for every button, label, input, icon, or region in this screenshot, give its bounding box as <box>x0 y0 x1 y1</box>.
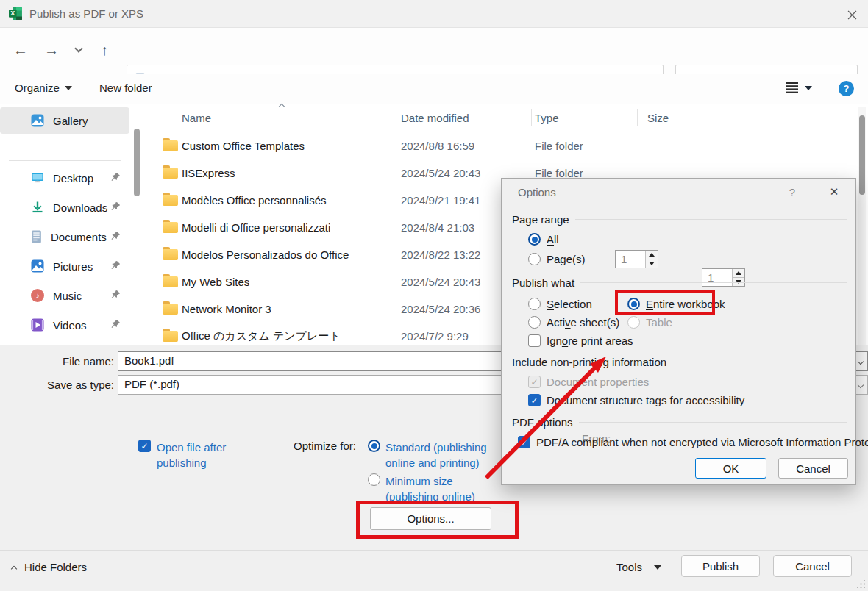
cancel-button[interactable]: Cancel <box>773 555 852 577</box>
footer-bar: Hide Folders Tools Publish Cancel <box>0 550 868 591</box>
sidebar-item-music[interactable]: ♪ Music <box>0 282 129 309</box>
publish-button[interactable]: Publish <box>681 555 760 577</box>
help-button[interactable]: ? <box>839 81 854 96</box>
organize-label: Organize <box>15 82 60 94</box>
tools-button[interactable]: Tools <box>616 561 661 573</box>
documents-icon <box>31 230 42 243</box>
page-range-all-radio[interactable]: All <box>528 233 559 246</box>
options-dialog: Options ? ✕ Page range All Page(s) From:… <box>501 178 856 485</box>
options-button[interactable]: Options... <box>370 507 491 530</box>
dialog-ok-button[interactable]: OK <box>695 458 766 479</box>
scrollbar-thumb[interactable] <box>859 115 865 195</box>
dialog-help-button[interactable]: ? <box>786 186 799 198</box>
list-view-icon <box>786 82 798 93</box>
column-divider[interactable] <box>637 109 638 126</box>
spin-up-icon[interactable] <box>646 251 658 259</box>
pin-icon[interactable] <box>110 201 121 212</box>
hide-folders-label: Hide Folders <box>24 561 87 573</box>
column-header-type[interactable]: Type <box>535 107 559 128</box>
column-divider[interactable] <box>396 109 396 126</box>
folder-icon <box>163 249 178 260</box>
view-options-button[interactable] <box>786 82 812 93</box>
pin-icon[interactable] <box>110 172 121 182</box>
sidebar-item-documents[interactable]: Documents <box>0 223 129 250</box>
optimize-standard-label: Standard (publishing <box>385 441 487 454</box>
back-icon[interactable]: ← <box>13 41 28 59</box>
title-bar: X Publish as PDF or XPS <box>0 0 868 28</box>
optimize-for-label: Optimize for: <box>294 440 356 452</box>
from-value: 1 <box>621 253 627 265</box>
pin-icon[interactable] <box>110 260 121 271</box>
sidebar-item-desktop[interactable]: Desktop <box>0 165 129 191</box>
sidebar-item-label: Documents <box>51 231 107 243</box>
dialog-close-icon[interactable]: ✕ <box>827 185 842 198</box>
resize-grip[interactable] <box>856 579 866 589</box>
optimize-standard-radio[interactable]: Standard (publishing online and printing… <box>368 440 487 470</box>
new-folder-button[interactable]: New folder <box>99 82 152 94</box>
folder-icon <box>163 304 178 315</box>
new-folder-label: New folder <box>99 82 152 94</box>
file-list-scrollbar[interactable] <box>858 107 866 345</box>
radio-unselected-icon <box>528 316 541 329</box>
open-after-label2: publishing <box>157 456 207 469</box>
pin-icon[interactable] <box>110 319 121 329</box>
dialog-cancel-button[interactable]: Cancel <box>778 458 848 479</box>
pdfa-compliant-checkbox[interactable]: PDF/A compliant when not encrypted via M… <box>518 436 868 448</box>
sidebar-item-videos[interactable]: Videos <box>0 312 129 338</box>
selection-radio[interactable]: Selection <box>528 298 592 310</box>
sidebar-item-label: Videos <box>53 319 87 332</box>
recent-locations-icon[interactable] <box>74 44 82 52</box>
open-after-publish-checkbox[interactable]: Open file after publishing <box>138 440 226 470</box>
optimize-minimum-label2: (publishing online) <box>385 490 475 503</box>
open-after-label: Open file after <box>157 441 226 454</box>
radio-selected-icon <box>368 440 380 452</box>
optimize-minimum-radio[interactable]: Minimum size (publishing online) <box>368 473 475 504</box>
page-range-label: Page range <box>512 213 569 226</box>
column-divider[interactable] <box>531 109 532 126</box>
folder-icon <box>163 168 178 179</box>
ignore-print-areas-checkbox[interactable]: Ignore print areas <box>528 334 633 347</box>
save-type-dropdown-icon[interactable] <box>855 375 868 395</box>
document-structure-checkbox[interactable]: Document structure tags for accessibilit… <box>528 394 744 406</box>
up-icon[interactable]: ↑ <box>101 41 108 59</box>
organize-button[interactable]: Organize <box>15 82 72 94</box>
pdf-options-label: PDF options <box>512 416 573 429</box>
sidebar-item-downloads[interactable]: Downloads <box>0 194 129 221</box>
publish-what-label: Publish what <box>512 276 574 289</box>
table-radio[interactable]: Table <box>627 316 672 329</box>
document-properties-label: Document properties <box>547 376 649 388</box>
column-header-size[interactable]: Size <box>647 107 669 128</box>
document-properties-checkbox[interactable]: Document properties <box>528 376 649 388</box>
file-name-dropdown-icon[interactable] <box>855 351 868 371</box>
pin-icon[interactable] <box>110 290 121 300</box>
optimize-minimum-label: Minimum size <box>385 475 453 487</box>
folder-icon <box>163 276 178 287</box>
radio-disabled-icon <box>627 316 640 329</box>
spin-down-icon[interactable] <box>646 259 658 268</box>
sidebar-item-gallery[interactable]: Gallery <box>0 107 129 134</box>
checkbox-checked-icon <box>138 440 151 452</box>
active-sheets-radio[interactable]: Active sheet(s) <box>528 316 619 329</box>
pin-icon[interactable] <box>110 231 121 241</box>
sidebar-scrollbar[interactable] <box>134 129 140 196</box>
pictures-icon <box>31 259 44 273</box>
column-divider[interactable] <box>711 109 711 126</box>
sidebar-item-label: Pictures <box>53 260 93 273</box>
entire-workbook-radio[interactable]: Entire workbook <box>627 298 725 310</box>
checkbox-checked-icon <box>528 394 541 406</box>
file-row[interactable]: Custom Office Templates2024/8/8 16:59Fil… <box>158 132 864 160</box>
column-header-date-modified[interactable]: Date modified <box>401 107 469 128</box>
tools-dropdown-icon <box>654 565 661 570</box>
sidebar-item-label: Downloads <box>53 201 107 214</box>
column-header-name[interactable]: Name <box>182 107 211 128</box>
gallery-icon <box>31 114 44 127</box>
window-close-icon[interactable] <box>843 6 861 24</box>
hide-folders-button[interactable]: Hide Folders <box>12 561 87 573</box>
videos-icon <box>31 318 44 332</box>
folder-icon <box>163 140 178 151</box>
forward-icon[interactable]: → <box>44 41 59 59</box>
sidebar-item-pictures[interactable]: Pictures <box>0 253 129 279</box>
table-label: Table <box>646 316 672 329</box>
page-range-pages-radio[interactable]: Page(s) <box>528 253 586 265</box>
from-spinner[interactable]: 1 <box>615 250 658 268</box>
